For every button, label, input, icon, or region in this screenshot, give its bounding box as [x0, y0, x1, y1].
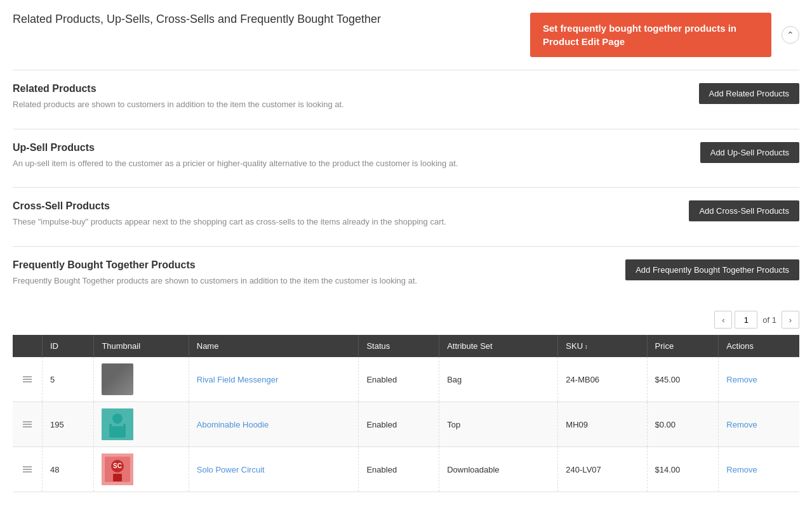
- name-cell-3: Solo Power Circuit: [189, 447, 359, 492]
- drag-cell-3: [13, 447, 43, 492]
- col-id: ID: [43, 335, 94, 357]
- add-crosssell-button[interactable]: Add Cross-Sell Products: [689, 200, 799, 221]
- frequently-heading: Frequently Bought Together Products: [13, 259, 514, 271]
- section-related: Related Products Related products are sh…: [13, 83, 799, 111]
- product-link-1[interactable]: Rival Field Messenger: [197, 375, 279, 384]
- section-crosssell-text: Cross-Sell Products These "impulse-buy" …: [13, 200, 514, 228]
- page-title: Related Products, Up-Sells, Cross-Sells …: [13, 13, 530, 26]
- divider-3: [13, 187, 799, 188]
- thumb-cell-2: [94, 402, 189, 447]
- section-frequently: Frequently Bought Together Products Freq…: [13, 259, 799, 287]
- action-cell-1: Remove: [719, 357, 799, 402]
- crosssell-desc: These "impulse-buy" products appear next…: [13, 216, 514, 228]
- price-cell-3: $14.00: [647, 447, 719, 492]
- frequently-desc: Frequently Bought Together products are …: [13, 275, 514, 287]
- header-right: Set frequently bought together products …: [530, 13, 799, 57]
- thumbnail-solo: SC: [102, 453, 133, 485]
- sku-cell-1: 24-MB06: [558, 357, 647, 402]
- frequently-text: Frequently Bought Together Products Freq…: [13, 259, 514, 287]
- drag-handle-3[interactable]: [20, 464, 34, 475]
- status-cell-2: Enabled: [359, 402, 439, 447]
- col-name: Name: [189, 335, 359, 357]
- col-drag: [13, 335, 43, 357]
- attribute-cell-2: Top: [439, 402, 558, 447]
- next-page-button[interactable]: ›: [782, 311, 799, 329]
- svg-rect-7: [113, 474, 122, 481]
- prev-page-button[interactable]: ‹: [714, 311, 732, 329]
- thumb-cell-1: [94, 357, 189, 402]
- svg-point-1: [112, 414, 123, 424]
- page-container: Related Products, Up-Sells, Cross-Sells …: [0, 0, 812, 522]
- section-upsell-text: Up-Sell Products An up-sell item is offe…: [13, 142, 514, 170]
- divider-4: [13, 246, 799, 247]
- col-price: Price: [647, 335, 719, 357]
- drag-handle-1[interactable]: [20, 374, 34, 385]
- section-related-text: Related Products Related products are sh…: [13, 83, 514, 111]
- add-frequently-button[interactable]: Add Frequently Bought Together Products: [625, 259, 799, 280]
- page-of-label: of 1: [762, 315, 776, 325]
- action-cell-2: Remove: [719, 402, 799, 447]
- name-cell-2: Abominable Hoodie: [189, 402, 359, 447]
- col-attribute-set: Attribute Set: [439, 335, 558, 357]
- attribute-cell-1: Bag: [439, 357, 558, 402]
- crosssell-heading: Cross-Sell Products: [13, 200, 514, 212]
- id-cell-3: 48: [43, 447, 94, 492]
- drag-cell-2: [13, 402, 43, 447]
- section-upsell-row: Up-Sell Products An up-sell item is offe…: [13, 142, 799, 170]
- price-cell-1: $45.00: [647, 357, 719, 402]
- page-number-input[interactable]: [735, 311, 757, 329]
- thumb-cell-3: SC: [94, 447, 189, 492]
- col-status: Status: [359, 335, 439, 357]
- divider-1: [13, 70, 799, 70]
- col-actions: Actions: [719, 335, 799, 357]
- sku-cell-3: 240-LV07: [558, 447, 647, 492]
- product-link-3[interactable]: Solo Power Circuit: [197, 465, 265, 474]
- upsell-desc: An up-sell item is offered to the custom…: [13, 157, 514, 170]
- action-cell-3: Remove: [719, 447, 799, 492]
- section-upsell: Up-Sell Products An up-sell item is offe…: [13, 142, 799, 170]
- divider-2: [13, 129, 799, 129]
- table-header-row: ID Thumbnail Name Status Attribute Set S…: [13, 335, 799, 357]
- name-cell-1: Rival Field Messenger: [189, 357, 359, 402]
- attribute-cell-3: Downloadable: [439, 447, 558, 492]
- thumbnail-hoodie: [102, 408, 133, 440]
- orange-banner: Set frequently bought together products …: [530, 13, 771, 57]
- product-table: ID Thumbnail Name Status Attribute Set S…: [13, 335, 799, 492]
- table-row: 195 Abominable Hoodie Enabled: [13, 402, 799, 447]
- thumbnail-messenger: [102, 363, 133, 395]
- svg-rect-3: [112, 424, 123, 426]
- collapse-button[interactable]: ⌃: [782, 26, 799, 44]
- add-upsell-button[interactable]: Add Up-Sell Products: [700, 142, 799, 163]
- table-body: 5 Rival Field Messenger Enabled Bag 24-M…: [13, 357, 799, 492]
- table-row: 5 Rival Field Messenger Enabled Bag 24-M…: [13, 357, 799, 402]
- upsell-heading: Up-Sell Products: [13, 142, 514, 153]
- sku-cell-2: MH09: [558, 402, 647, 447]
- remove-button-3[interactable]: Remove: [726, 465, 757, 474]
- table-row: 48 SC Solo Power Circuit: [13, 447, 799, 492]
- col-sku[interactable]: SKU: [558, 335, 647, 357]
- add-related-button[interactable]: Add Related Products: [699, 83, 799, 104]
- section-crosssell-row: Cross-Sell Products These "impulse-buy" …: [13, 200, 799, 228]
- product-link-2[interactable]: Abominable Hoodie: [197, 420, 269, 429]
- id-cell-2: 195: [43, 402, 94, 447]
- related-desc: Related products are shown to customers …: [13, 98, 514, 111]
- status-cell-1: Enabled: [359, 357, 439, 402]
- svg-text:SC: SC: [113, 462, 122, 469]
- remove-button-2[interactable]: Remove: [726, 420, 757, 429]
- price-cell-2: $0.00: [647, 402, 719, 447]
- related-heading: Related Products: [13, 83, 514, 95]
- header-section: Related Products, Up-Sells, Cross-Sells …: [13, 13, 799, 57]
- section-crosssell: Cross-Sell Products These "impulse-buy" …: [13, 200, 799, 228]
- section-related-row: Related Products Related products are sh…: [13, 83, 799, 111]
- id-cell-1: 5: [43, 357, 94, 402]
- table-header: ID Thumbnail Name Status Attribute Set S…: [13, 335, 799, 357]
- remove-button-1[interactable]: Remove: [726, 375, 757, 384]
- pagination-bar: ‹ of 1 ›: [13, 304, 799, 335]
- status-cell-3: Enabled: [359, 447, 439, 492]
- drag-handle-2[interactable]: [20, 419, 34, 430]
- drag-cell-1: [13, 357, 43, 402]
- frequently-row: Frequently Bought Together Products Freq…: [13, 259, 799, 287]
- col-thumbnail: Thumbnail: [94, 335, 189, 357]
